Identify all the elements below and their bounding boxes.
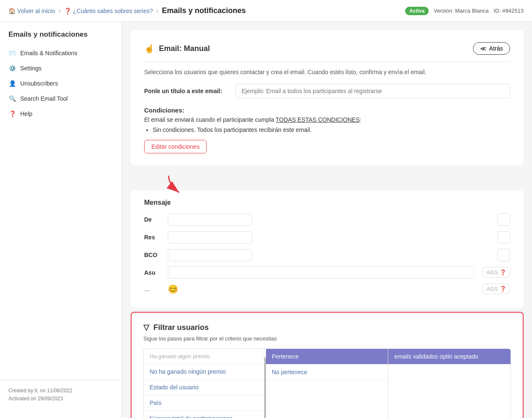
top-nav-right: Activa Versión: Marca Blanca ID: #942513 xyxy=(405,7,524,15)
asu-row: Asu AGS ❓ xyxy=(144,266,510,279)
back-button[interactable]: ≪ Atrás xyxy=(473,42,510,55)
de-row: De xyxy=(144,213,510,226)
quiz-link[interactable]: ❓ ¿Cuánto sabes sobres series? xyxy=(64,8,153,14)
emoji-icon[interactable]: 😊 xyxy=(168,284,178,294)
filter-item-emails-validados[interactable]: emails validados optin aceptado xyxy=(388,349,511,364)
conditions-title: Condiciones: xyxy=(144,107,510,114)
emoji-tags-badge: AGS ❓ xyxy=(483,284,510,294)
email-title-input[interactable] xyxy=(235,84,510,98)
card-title: ☝️ Email: Manual xyxy=(144,43,210,54)
filter-item-no-ha-ganado[interactable]: No ha ganado ningún premio xyxy=(144,364,264,380)
res-extra-input xyxy=(497,231,510,244)
page-title: Emails y notificaciones xyxy=(162,6,246,15)
scrollbar-indicator xyxy=(264,357,266,418)
bco-row: BCO xyxy=(144,249,510,261)
filter-col-1-wrapper: Ha ganado algún premio No ha ganado ning… xyxy=(144,349,266,418)
activated-on: Activated on 29/09/2023 xyxy=(8,395,113,403)
card-description: Selecciona los usuarios que quieres cont… xyxy=(144,69,510,75)
emoji-row: ... 😊 AGS ❓ xyxy=(144,284,510,294)
filter-col-3: emails validados optin aceptado xyxy=(388,349,511,418)
filter-modal-title: Filtrar usuarios xyxy=(153,323,209,332)
quiz-label: ¿Cuánto sabes sobres series? xyxy=(73,8,153,14)
sidebar-item-emails-notifications[interactable]: ✉️ Emails & Notifications xyxy=(0,46,122,61)
filter-icon: ▽ xyxy=(143,323,149,332)
email-manual-icon: ☝️ xyxy=(144,43,155,54)
bco-extra xyxy=(497,249,510,261)
sidebar: Emails y notificaciones ✉️ Emails & Noti… xyxy=(0,22,122,418)
sidebar-item-unsubscribers[interactable]: 👤 Unsubscribers xyxy=(0,76,122,91)
email-card: ☝️ Email: Manual ≪ Atrás Selecciona los … xyxy=(131,30,524,165)
sidebar-item-settings[interactable]: ⚙️ Settings xyxy=(0,61,122,76)
filter-col-1: Ha ganado algún premio No ha ganado ning… xyxy=(144,349,264,418)
asu-tags-badge: AGS ❓ xyxy=(483,267,510,278)
sidebar-footer: Created by ti, on 11/08/2022 Activated o… xyxy=(0,380,122,410)
filter-item-num-participaciones[interactable]: Número total de participaciones xyxy=(144,411,264,418)
unsubscribers-icon: 👤 xyxy=(8,80,16,87)
conditions-list-item: Sin condiciones. Todos los participantes… xyxy=(153,126,510,133)
version-meta: Versión: Marca Blanca xyxy=(434,8,489,14)
asu-label: Asu xyxy=(144,269,161,276)
filter-item-pertenece[interactable]: Pertenece xyxy=(266,349,388,364)
filter-modal-header: ▽ Filtrar usuarios xyxy=(143,323,511,332)
top-nav: 🏠 Volver al inicio › ❓ ¿Cuánto sabes sob… xyxy=(0,0,532,22)
back-home-label: Volver al inicio xyxy=(17,8,55,14)
back-chevron-icon: ≪ xyxy=(480,45,486,52)
conditions-highlight: TODAS ESTAS CONDICIONES xyxy=(276,116,360,123)
res-label: Res xyxy=(144,234,161,241)
arrow-section xyxy=(131,174,524,190)
help-icon: ❓ xyxy=(8,110,16,118)
nav-separator-1: › xyxy=(59,7,61,15)
settings-icon: ⚙️ xyxy=(8,64,16,72)
mensaje-title: Mensaje xyxy=(144,199,510,206)
help-icon-nav: ❓ xyxy=(64,8,71,14)
filter-item-estado-usuario[interactable]: Estado del usuario xyxy=(144,380,264,395)
red-arrow-icon xyxy=(164,174,190,195)
filter-item-ha-ganado[interactable]: Ha ganado algún premio xyxy=(144,349,264,364)
home-icon: 🏠 xyxy=(8,8,16,14)
sidebar-item-search-email-tool[interactable]: 🔍 Search Email Tool xyxy=(0,91,122,106)
sidebar-item-label: Settings xyxy=(20,65,42,72)
filter-modal-section: ▽ Filtrar usuarios Sigue los pasos para … xyxy=(131,312,524,418)
sidebar-item-help[interactable]: ❓ Help xyxy=(0,106,122,121)
filter-col-2: Pertenece No pertenece xyxy=(266,349,389,418)
card-header: ☝️ Email: Manual ≪ Atrás xyxy=(144,42,510,62)
filter-item-pais[interactable]: País xyxy=(144,395,264,411)
bco-label: BCO xyxy=(144,252,161,258)
ellipsis-label: ... xyxy=(144,286,161,292)
sidebar-item-label: Unsubscribers xyxy=(20,80,58,87)
sidebar-item-label: Help xyxy=(20,110,32,117)
bco-input[interactable] xyxy=(168,249,252,261)
id-meta: ID: #942513 xyxy=(494,8,524,14)
edit-conditions-button[interactable]: Editar condiciones xyxy=(144,140,207,153)
layout: Emails y notificaciones ✉️ Emails & Noti… xyxy=(0,22,532,418)
filter-modal-subtitle: Sigue los pasos para filtrar por el crit… xyxy=(143,335,511,342)
main-content: ☝️ Email: Manual ≪ Atrás Selecciona los … xyxy=(122,22,532,418)
search-icon: 🔍 xyxy=(8,95,16,102)
back-home-link[interactable]: 🏠 Volver al inicio xyxy=(8,8,55,14)
created-by: Created by ti, on 11/08/2022 xyxy=(8,387,113,395)
email-title-row: Ponle un título a este email: xyxy=(144,84,510,98)
sidebar-title: Emails y notificaciones xyxy=(0,30,122,46)
nav-separator-2: › xyxy=(156,7,159,15)
asu-input[interactable] xyxy=(168,266,474,279)
filter-grid: Ha ganado algún premio No ha ganado ning… xyxy=(143,348,511,418)
de-label: De xyxy=(144,216,161,223)
sidebar-item-label: Emails & Notifications xyxy=(20,50,77,56)
res-input[interactable] xyxy=(168,231,252,244)
de-input[interactable] xyxy=(168,214,252,226)
conditions-section: Condiciones: El email se enviará cuando … xyxy=(144,107,510,153)
filter-item-no-pertenece[interactable]: No pertenece xyxy=(266,364,388,380)
de-extra-input xyxy=(497,213,510,226)
email-title-label: Ponle un título a este email: xyxy=(144,88,228,94)
res-row: Res xyxy=(144,231,510,244)
back-button-label: Atrás xyxy=(489,45,503,52)
conditions-list: Sin condiciones. Todos los participantes… xyxy=(144,126,510,133)
active-badge: Activa xyxy=(405,7,429,15)
email-manual-title: Email: Manual xyxy=(159,44,210,53)
emails-notifications-icon: ✉️ xyxy=(8,49,16,57)
top-nav-left: 🏠 Volver al inicio › ❓ ¿Cuánto sabes sob… xyxy=(8,6,402,15)
conditions-desc: El email se enviará cuando el participan… xyxy=(144,116,510,123)
mensaje-section: Mensaje De Res BCO Asu AGS ❓ xyxy=(131,190,524,308)
sidebar-item-label: Search Email Tool xyxy=(20,95,68,102)
